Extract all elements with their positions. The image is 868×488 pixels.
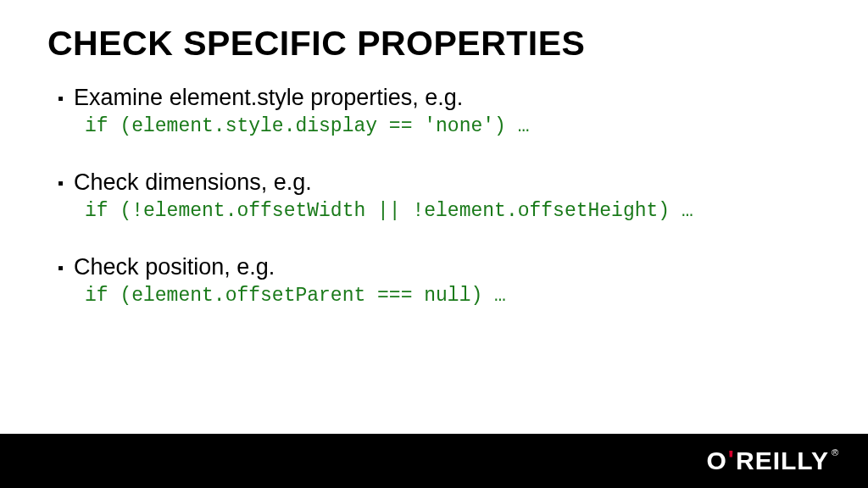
bullet-row: ▪ Examine element.style properties, e.g.	[58, 84, 821, 113]
code-snippet: if (element.style.display == 'none') …	[85, 114, 821, 140]
footer-bar: O'REILLY®	[0, 434, 868, 488]
logo-part1: O	[706, 446, 726, 475]
bullet-item: ▪ Check position, e.g. if (element.offse…	[58, 253, 821, 309]
code-snippet: if (element.offsetParent === null) …	[85, 284, 821, 309]
bullet-text: Examine element.style properties, e.g.	[74, 84, 463, 113]
bullet-row: ▪ Check dimensions, e.g.	[58, 169, 821, 197]
bullet-text: Check dimensions, e.g.	[74, 169, 312, 197]
bullet-item: ▪ Examine element.style properties, e.g.…	[58, 84, 821, 140]
bullet-list: ▪ Examine element.style properties, e.g.…	[47, 84, 821, 309]
code-snippet: if (!element.offsetWidth || !element.off…	[85, 199, 821, 225]
bullet-text: Check position, e.g.	[74, 253, 275, 282]
logo-part2: REILLY	[736, 446, 829, 475]
slide-title: CHECK SPECIFIC PROPERTIES	[47, 24, 821, 64]
oreilly-logo: O'REILLY®	[706, 446, 839, 475]
bullet-row: ▪ Check position, e.g.	[58, 253, 821, 282]
bullet-marker-icon: ▪	[58, 253, 64, 282]
slide-content: CHECK SPECIFIC PROPERTIES ▪ Examine elem…	[0, 0, 868, 309]
bullet-item: ▪ Check dimensions, e.g. if (!element.of…	[58, 169, 821, 225]
bullet-marker-icon: ▪	[58, 169, 64, 197]
logo-registered-icon: ®	[832, 447, 839, 458]
logo-apostrophe: '	[728, 445, 735, 474]
bullet-marker-icon: ▪	[58, 84, 64, 113]
